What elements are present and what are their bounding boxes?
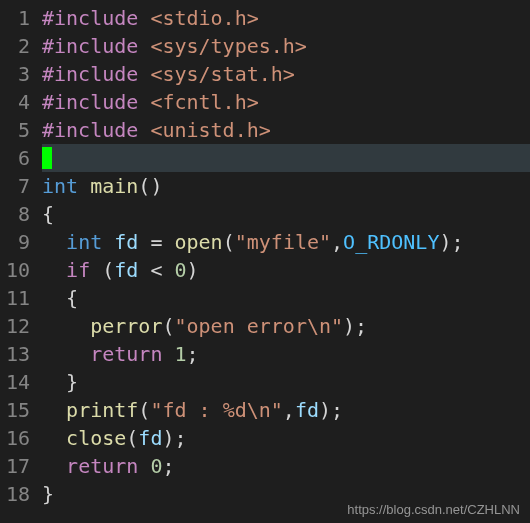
token-op: < <box>150 258 162 282</box>
token-punct: ); <box>162 426 186 450</box>
line-number: 11 <box>0 284 30 312</box>
token-punct: ( <box>90 258 114 282</box>
token-punct <box>138 454 150 478</box>
token-punct <box>138 230 150 254</box>
line-number-gutter: 123456789101112131415161718 <box>0 0 38 523</box>
token-punct <box>162 230 174 254</box>
token-kw-ctrl: return <box>66 454 138 478</box>
line-number: 8 <box>0 200 30 228</box>
token-punct: { <box>42 286 78 310</box>
token-punct: } <box>42 482 54 506</box>
token-punct: ; <box>162 454 174 478</box>
token-punct <box>138 90 150 114</box>
token-kw-preproc: #include <box>42 6 138 30</box>
line-number: 15 <box>0 396 30 424</box>
token-num: 1 <box>174 342 186 366</box>
token-str: "open error\n" <box>174 314 343 338</box>
code-line[interactable]: { <box>42 284 530 312</box>
code-line[interactable]: { <box>42 200 530 228</box>
cursor <box>42 147 52 169</box>
line-number: 16 <box>0 424 30 452</box>
token-op: = <box>150 230 162 254</box>
token-kw-preproc: #include <box>42 118 138 142</box>
line-number: 1 <box>0 4 30 32</box>
token-fn: main <box>90 174 138 198</box>
token-punct <box>42 230 66 254</box>
token-punct <box>42 426 66 450</box>
code-line[interactable]: #include <unistd.h> <box>42 116 530 144</box>
code-line[interactable]: printf("fd : %d\n",fd); <box>42 396 530 424</box>
token-hdr: <stdio.h> <box>150 6 258 30</box>
code-area[interactable]: #include <stdio.h>#include <sys/types.h>… <box>38 0 530 523</box>
token-punct: , <box>283 398 295 422</box>
token-fn: printf <box>66 398 138 422</box>
line-number: 4 <box>0 88 30 116</box>
token-kw-ctrl: return <box>90 342 162 366</box>
token-punct <box>162 342 174 366</box>
token-punct <box>42 342 90 366</box>
token-var: fd <box>114 230 138 254</box>
token-punct <box>42 398 66 422</box>
code-line[interactable]: int fd = open("myfile",O_RDONLY); <box>42 228 530 256</box>
line-number: 17 <box>0 452 30 480</box>
code-line[interactable]: return 0; <box>42 452 530 480</box>
token-kw-type: int <box>42 174 78 198</box>
line-number: 12 <box>0 312 30 340</box>
token-punct <box>138 34 150 58</box>
token-hdr: <unistd.h> <box>150 118 270 142</box>
code-line[interactable]: } <box>42 368 530 396</box>
token-punct <box>138 6 150 30</box>
token-hdr: <sys/stat.h> <box>150 62 295 86</box>
line-number: 3 <box>0 60 30 88</box>
token-punct <box>138 258 150 282</box>
code-line[interactable]: int main() <box>42 172 530 200</box>
token-hdr: <sys/types.h> <box>150 34 307 58</box>
code-line[interactable]: close(fd); <box>42 424 530 452</box>
token-punct: ); <box>343 314 367 338</box>
line-number: 2 <box>0 32 30 60</box>
token-punct: ( <box>162 314 174 338</box>
line-number: 10 <box>0 256 30 284</box>
token-punct <box>42 258 66 282</box>
token-num: 0 <box>150 454 162 478</box>
token-punct: ); <box>319 398 343 422</box>
code-line[interactable]: #include <sys/stat.h> <box>42 60 530 88</box>
line-number: 13 <box>0 340 30 368</box>
token-punct <box>42 314 90 338</box>
line-number: 9 <box>0 228 30 256</box>
token-hdr: <fcntl.h> <box>150 90 258 114</box>
token-var: fd <box>114 258 138 282</box>
token-punct: () <box>138 174 162 198</box>
code-line[interactable]: perror("open error\n"); <box>42 312 530 340</box>
token-kw-ctrl: if <box>66 258 90 282</box>
code-line[interactable]: if (fd < 0) <box>42 256 530 284</box>
token-kw-preproc: #include <box>42 90 138 114</box>
token-punct <box>102 230 114 254</box>
token-str: "myfile" <box>235 230 331 254</box>
code-line[interactable]: #include <stdio.h> <box>42 4 530 32</box>
line-number: 7 <box>0 172 30 200</box>
line-number: 18 <box>0 480 30 508</box>
token-kw-preproc: #include <box>42 34 138 58</box>
code-line[interactable]: #include <fcntl.h> <box>42 88 530 116</box>
token-num: 0 <box>175 258 187 282</box>
line-number: 6 <box>0 144 30 172</box>
token-punct: } <box>42 370 78 394</box>
token-punct <box>42 454 66 478</box>
token-fn: close <box>66 426 126 450</box>
line-number: 14 <box>0 368 30 396</box>
token-punct: ) <box>187 258 199 282</box>
token-punct <box>138 62 150 86</box>
token-fn: perror <box>90 314 162 338</box>
code-line[interactable] <box>42 144 530 172</box>
code-line[interactable]: #include <sys/types.h> <box>42 32 530 60</box>
code-line[interactable]: return 1; <box>42 340 530 368</box>
line-number: 5 <box>0 116 30 144</box>
token-var: fd <box>138 426 162 450</box>
token-punct: , <box>331 230 343 254</box>
token-punct: { <box>42 202 54 226</box>
code-editor[interactable]: 123456789101112131415161718 #include <st… <box>0 0 530 523</box>
token-punct: ( <box>138 398 150 422</box>
token-punct: ; <box>187 342 199 366</box>
token-punct: ( <box>223 230 235 254</box>
